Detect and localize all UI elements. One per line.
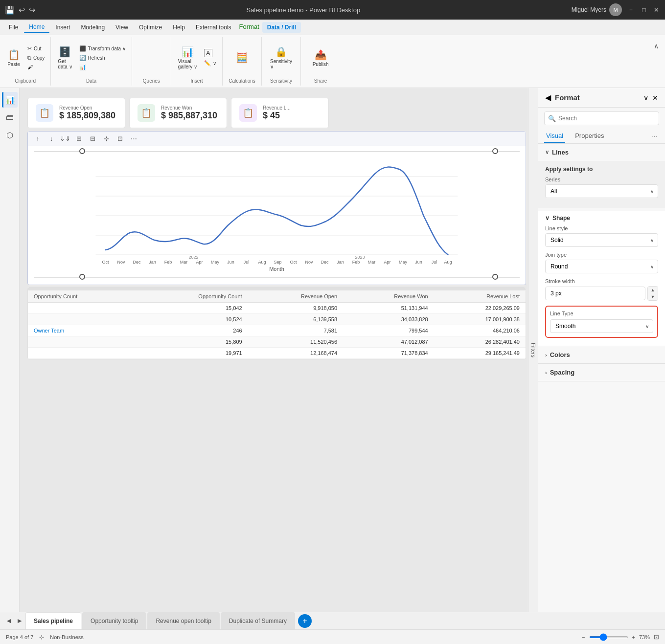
stroke-up-button[interactable]: ▲ — [648, 287, 658, 293]
tab-next-button[interactable]: ▶ — [15, 612, 24, 629]
title-bar-left: 💾 ↩ ↪ — [5, 5, 35, 15]
line-type-dropdown[interactable]: Smooth Straight Stepped — [550, 320, 653, 333]
table-scrollbar[interactable] — [28, 288, 526, 290]
join-type-dropdown[interactable]: Round Miter Bevel — [546, 260, 658, 273]
refresh-button[interactable]: 🔄 Refresh — [77, 54, 128, 62]
expand-all-button[interactable]: ⊞ — [73, 133, 85, 145]
copy-button[interactable]: ⧉ Copy — [25, 54, 46, 62]
lines-chevron-icon: ∨ — [545, 149, 549, 155]
menu-data-drill[interactable]: Data / Drill — [262, 22, 301, 33]
add-tab-button[interactable]: + — [298, 614, 312, 628]
sort-asc-button[interactable]: ↑ — [32, 133, 44, 145]
cell-3-2: 11,520,456 — [248, 336, 343, 348]
range-handle-left[interactable] — [79, 148, 85, 154]
menu-file[interactable]: File — [4, 22, 23, 33]
apply-settings-title: Apply settings to — [545, 166, 658, 173]
table-row: 15,809 11,520,456 47,012,087 26,282,401.… — [28, 336, 526, 348]
collapse-format-button[interactable]: ◀ — [545, 93, 551, 102]
sensitivity-button[interactable]: 🔒 Sensitivity∨ — [267, 43, 295, 72]
undo-icon[interactable]: ↩ — [19, 5, 25, 15]
sidebar-model-icon[interactable]: ⬡ — [2, 127, 18, 143]
get-data-button[interactable]: 🗄️ Getdata ∨ — [55, 43, 75, 72]
save-icon[interactable]: 💾 — [5, 5, 15, 15]
menu-help[interactable]: Help — [168, 22, 190, 33]
tab-visual[interactable]: Visual — [544, 129, 565, 143]
cell-0-0 — [28, 303, 138, 314]
series-dropdown[interactable]: All — [546, 185, 658, 198]
colors-section-header[interactable]: › Colors — [538, 346, 665, 363]
zoom-plus-button[interactable]: + — [632, 634, 635, 640]
stroke-width-input[interactable] — [545, 287, 645, 300]
spacing-section-header[interactable]: › Spacing — [538, 364, 665, 381]
apply-settings-block: Apply settings to Series All ∨ — [538, 161, 665, 208]
fit-page-icon[interactable]: ⊡ — [654, 633, 659, 641]
tab-prev-button[interactable]: ◀ — [4, 612, 14, 629]
tab-revenue-open-tooltip[interactable]: Revenue open tooltip — [147, 612, 219, 629]
colors-chevron-icon: › — [545, 352, 547, 358]
filter-icon[interactable]: ⊹ — [100, 133, 112, 145]
paste-button[interactable]: 📋 Paste — [4, 43, 23, 72]
search-input[interactable] — [544, 111, 659, 125]
tab-sales-pipeline[interactable]: Sales pipeline — [25, 612, 81, 629]
ribbon-group-data: 🗄️ Getdata ∨ ⬛ Transform data ∨ 🔄 Refres… — [51, 37, 132, 86]
collapse-ribbon-button[interactable]: ∧ — [647, 37, 665, 86]
minimize-button[interactable]: － — [628, 6, 635, 13]
format-painter-button[interactable]: 🖌 — [25, 63, 46, 71]
range-handle-bottom-left[interactable] — [79, 274, 85, 280]
focus-mode-button[interactable]: ⊡ — [114, 133, 126, 145]
filters-panel[interactable]: Filters — [528, 88, 538, 612]
kpi-card-1: 📋 Revenue Won $ 985,887,310 — [129, 98, 227, 128]
insert-extra-button[interactable]: ✏️ ∨ — [202, 59, 218, 67]
range-handle-bottom-right[interactable] — [492, 274, 498, 280]
textbox-button[interactable]: A — [202, 48, 218, 58]
maximize-button[interactable]: □ — [641, 6, 647, 13]
shape-header[interactable]: ∨ Shape — [545, 215, 658, 222]
menu-bar: File Home Insert Modeling View Optimize … — [0, 20, 665, 35]
format-search: 🔍 — [544, 111, 659, 125]
tab-properties[interactable]: Properties — [573, 129, 606, 143]
menu-view[interactable]: View — [111, 22, 133, 33]
lines-section-header[interactable]: ∨ Lines — [538, 144, 665, 161]
range-slider-bottom — [28, 273, 526, 285]
zoom-minus-button[interactable]: − — [582, 634, 585, 640]
line-chart: Oct Nov Dec Jan Feb Mar Apr May Jun Jul … — [32, 157, 522, 265]
line-style-field: Line style Solid Dashed Dotted ∨ — [545, 225, 658, 247]
cut-button[interactable]: ✂ Cut — [25, 44, 46, 53]
line-style-dropdown[interactable]: Solid Dashed Dotted — [546, 234, 658, 246]
sidebar-data-icon[interactable]: 🗃 — [2, 110, 18, 125]
collapse-all-button[interactable]: ⊟ — [87, 133, 98, 145]
tab-opportunity-tooltip[interactable]: Opportunity tooltip — [82, 612, 146, 629]
menu-insert[interactable]: Insert — [50, 22, 75, 33]
tab-more[interactable]: ··· — [650, 129, 659, 143]
user-avatar[interactable]: M — [609, 3, 622, 16]
sort-multi-button[interactable]: ⇓⇓ — [59, 133, 71, 145]
svg-text:Feb: Feb — [164, 260, 172, 265]
svg-text:Dec: Dec — [321, 260, 329, 265]
series-dropdown-wrapper: All ∨ — [545, 184, 658, 198]
menu-external-tools[interactable]: External tools — [191, 22, 236, 33]
menu-home[interactable]: Home — [24, 22, 49, 33]
menu-format[interactable]: Format — [237, 20, 261, 34]
close-button[interactable]: ✕ — [653, 6, 660, 13]
menu-optimize[interactable]: Optimize — [134, 22, 167, 33]
zoom-slider[interactable] — [589, 636, 628, 638]
title-bar: 💾 ↩ ↪ Sales pipeline demo - Power BI Des… — [0, 0, 665, 20]
more-options-button[interactable]: ⋯ — [128, 133, 139, 145]
format-collapse-icon[interactable]: ∨ — [643, 94, 648, 102]
range-handle-right[interactable] — [492, 148, 498, 154]
sort-desc-button[interactable]: ↓ — [46, 133, 57, 145]
cell-0-4: 22,029,265.09 — [434, 303, 526, 314]
format-close-icon[interactable]: ✕ — [652, 94, 658, 102]
calc-buttons: 🧮 — [232, 39, 252, 76]
redo-icon[interactable]: ↪ — [29, 5, 35, 15]
calc-button[interactable]: 🧮 — [232, 43, 252, 72]
menu-modeling[interactable]: Modeling — [76, 22, 110, 33]
visual-gallery-button[interactable]: 📊 Visualgallery ∨ — [175, 43, 200, 72]
tab-duplicate-summary[interactable]: Duplicate of Summary — [221, 612, 295, 629]
stroke-width-stepper: ▲ ▼ — [647, 286, 658, 301]
transform-data-button[interactable]: ⬛ Transform data ∨ — [77, 44, 128, 53]
data-extra-button[interactable]: 📊 — [77, 63, 128, 71]
publish-button[interactable]: 📤 Publish — [310, 43, 332, 72]
sidebar-report-icon[interactable]: 📊 — [2, 92, 18, 108]
stroke-down-button[interactable]: ▼ — [648, 293, 658, 300]
